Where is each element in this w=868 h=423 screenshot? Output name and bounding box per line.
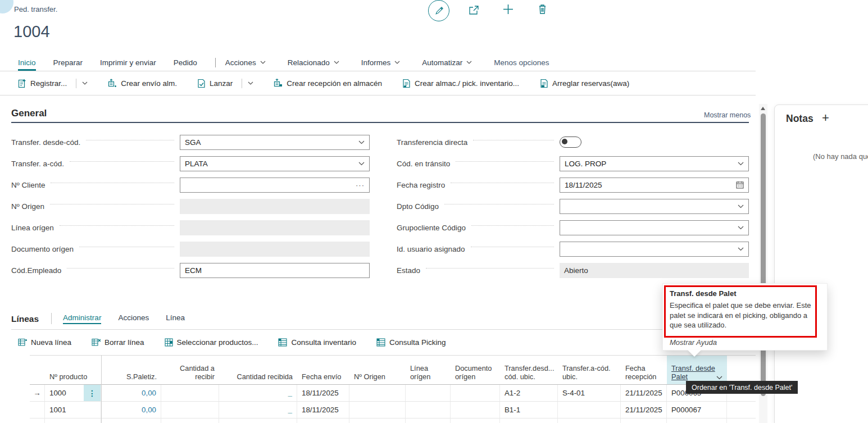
cell-no-origen[interactable] — [349, 385, 406, 401]
arreglar-reservas-button[interactable]: Arreglar reservas(awa) — [539, 79, 629, 88]
cell-transfer-a-ubic[interactable]: S-4-01 — [558, 385, 621, 401]
column-header-transfer-a-ubic[interactable]: Transfer.a-cód.ubic. — [558, 356, 621, 384]
cell-fecha-recepcion[interactable]: 21/11/2025 — [621, 402, 667, 418]
tab-imprimir-y-enviar[interactable]: Imprimir y enviar — [100, 54, 156, 71]
chevron-down-icon[interactable] — [82, 81, 88, 85]
cell-documento-origen[interactable] — [451, 385, 500, 401]
dotted-leader — [451, 183, 554, 183]
column-header-s-paletiz[interactable]: S.Paletiz. — [101, 356, 161, 384]
chevron-down-icon[interactable] — [738, 204, 744, 208]
tab-pedido[interactable]: Pedido — [174, 54, 197, 71]
no-cliente-input[interactable]: ··· — [180, 178, 370, 193]
menu-automatizar[interactable]: Automatizar — [422, 54, 472, 71]
cell-s-paletiz[interactable]: 0,00 — [101, 385, 161, 401]
menu-acciones[interactable]: Acciones — [225, 54, 266, 71]
cell-cantidad-recibida[interactable]: _ — [219, 402, 297, 418]
cell-transf-desde-palet[interactable]: P000067 — [667, 402, 727, 418]
cod-en-transito-combobox[interactable]: LOG. PROP — [560, 156, 749, 171]
tab-preparar[interactable]: Preparar — [53, 54, 83, 71]
vertical-scrollbar[interactable] — [759, 104, 767, 423]
lines-tab-linea[interactable]: Línea — [166, 313, 185, 324]
crear-recepcion-button[interactable]: Crear recepción en almacén — [274, 79, 382, 88]
chevron-down-icon[interactable] — [358, 140, 365, 144]
menu-informes[interactable]: Informes — [361, 54, 401, 71]
column-header-documento-origen[interactable]: Documentoorígen — [451, 356, 500, 384]
dpto-codigo-combobox[interactable] — [560, 199, 749, 214]
nueva-linea-button[interactable]: Nueva línea — [18, 338, 71, 347]
cell-transfer-a-ubic[interactable] — [558, 402, 621, 418]
column-header-cantidad-recibida[interactable]: Cantidad recibida — [219, 356, 297, 384]
table-row[interactable]: → 1000 ⋮ 0,00 _ 18/11/2025 A1-2 S-4-01 2… — [30, 385, 756, 402]
cod-empleado-input[interactable]: ECM — [180, 263, 370, 278]
tab-inicio[interactable]: Inicio — [18, 54, 36, 71]
cell-linea-origen[interactable] — [406, 385, 451, 401]
scrollbar-thumb[interactable] — [761, 113, 766, 396]
menu-relacionado[interactable]: Relacionado — [288, 54, 339, 71]
assist-edit-icon[interactable]: ··· — [356, 181, 365, 189]
edit-button[interactable] — [428, 0, 449, 21]
column-header-transfer-desde-ubic[interactable]: Transfer.desd...cód. ubic. — [500, 356, 558, 384]
cell-fecha-envio[interactable]: 18/11/2025 — [297, 402, 349, 418]
consulta-picking-button[interactable]: Consulta Picking — [376, 338, 446, 347]
chevron-down-icon[interactable] — [738, 226, 744, 230]
transfer-desde-cod-combobox[interactable]: SGA — [180, 135, 370, 150]
column-header-transf-desde-palet[interactable]: Transf. desdePalet — [667, 356, 727, 384]
column-header-linea-origen[interactable]: Línea orígen — [406, 356, 451, 384]
scroll-up-arrow[interactable] — [761, 107, 765, 110]
transfer-a-cod-combobox[interactable]: PLATA — [180, 156, 370, 171]
mostrar-ayuda-link[interactable]: Mostrar Ayuda — [670, 338, 717, 347]
estado-field-disabled: Abierto — [560, 263, 749, 278]
cell-s-paletiz[interactable]: 0,00 — [101, 402, 161, 418]
chevron-down-icon[interactable] — [248, 81, 253, 85]
crear-envio-alm-button[interactable]: Crear envío alm. — [108, 79, 177, 88]
field-value: SGA — [185, 138, 201, 147]
dotted-leader — [456, 161, 554, 162]
field-cod-en-transito: Cód. en tránsito LOG. PROP — [397, 153, 749, 174]
chevron-down-icon[interactable] — [358, 162, 365, 166]
no-origen-field-disabled — [180, 199, 370, 214]
chevron-down-icon[interactable] — [738, 162, 744, 166]
chevron-down-icon[interactable] — [738, 247, 744, 251]
mostrar-menos-link[interactable]: Mostrar menos — [704, 111, 751, 119]
lines-tab-administrar[interactable]: Administrar — [63, 313, 101, 324]
fecha-registro-datepicker[interactable]: 18/11/2025 — [560, 178, 749, 193]
column-header-fecha-envio[interactable]: Fecha envío — [297, 356, 349, 384]
cell-no-producto[interactable]: 1001 — [45, 402, 101, 418]
lanzar-button[interactable]: Lanzar — [197, 79, 253, 88]
new-button[interactable] — [502, 3, 514, 15]
transferencia-directa-toggle[interactable] — [560, 137, 581, 148]
cell-linea-origen[interactable] — [406, 402, 451, 418]
notes-empty-text: (No hay nada que — [813, 152, 868, 161]
cell-fecha-recepcion[interactable]: 21/11/2025 — [621, 385, 667, 401]
column-header-cantidad-a-recibir[interactable]: Cantidad arecibir — [161, 356, 219, 384]
column-header-fecha-recepcion[interactable]: Fecharecepción — [621, 356, 667, 384]
calendar-icon[interactable] — [736, 181, 744, 189]
consulta-inventario-button[interactable]: Consulta inventario — [278, 338, 356, 347]
cell-cantidad-a-recibir[interactable] — [161, 402, 219, 418]
cell-transfer-desde-ubic[interactable]: B1-1 — [500, 402, 558, 418]
delete-button[interactable] — [537, 3, 548, 15]
borrar-linea-button[interactable]: Borrar línea — [92, 338, 144, 347]
share-button[interactable] — [468, 4, 480, 16]
cell-cantidad-a-recibir[interactable] — [161, 385, 219, 401]
registrar-button[interactable]: Registrar... — [18, 79, 88, 88]
cell-fecha-envio[interactable]: 18/11/2025 — [297, 385, 349, 401]
cell-cantidad-recibida[interactable]: _ — [219, 385, 297, 401]
id-usuario-asignado-combobox[interactable] — [560, 242, 749, 257]
grupocliente-codigo-combobox[interactable] — [560, 220, 749, 235]
cell-no-producto[interactable]: 1000 ⋮ — [45, 385, 101, 401]
row-menu-button[interactable]: ⋮ — [84, 385, 101, 401]
menos-opciones-link[interactable]: Menos opciones — [494, 54, 549, 71]
cell-no-origen[interactable] — [349, 402, 406, 418]
table-row[interactable]: 1001 0,00 _ 18/11/2025 B1-1 21/11/2025 P… — [30, 402, 756, 419]
column-header-no-producto[interactable]: Nº producto — [45, 356, 101, 384]
column-header-no-origen[interactable]: Nº Origen — [349, 356, 406, 384]
lines-tab-acciones[interactable]: Acciones — [118, 313, 149, 324]
chevron-down-icon[interactable] — [716, 376, 722, 380]
cell-transfer-desde-ubic[interactable]: A1-2 — [500, 385, 558, 401]
add-note-button[interactable]: + — [822, 111, 829, 125]
seleccionar-productos-button[interactable]: Seleccionar productos... — [165, 338, 258, 347]
cell-documento-origen[interactable] — [451, 402, 500, 418]
field-cod-empleado: Cód.Empleado ECM — [11, 260, 370, 281]
crear-almac-pick-button[interactable]: Crear almac./ pick. inventario... — [402, 79, 519, 88]
